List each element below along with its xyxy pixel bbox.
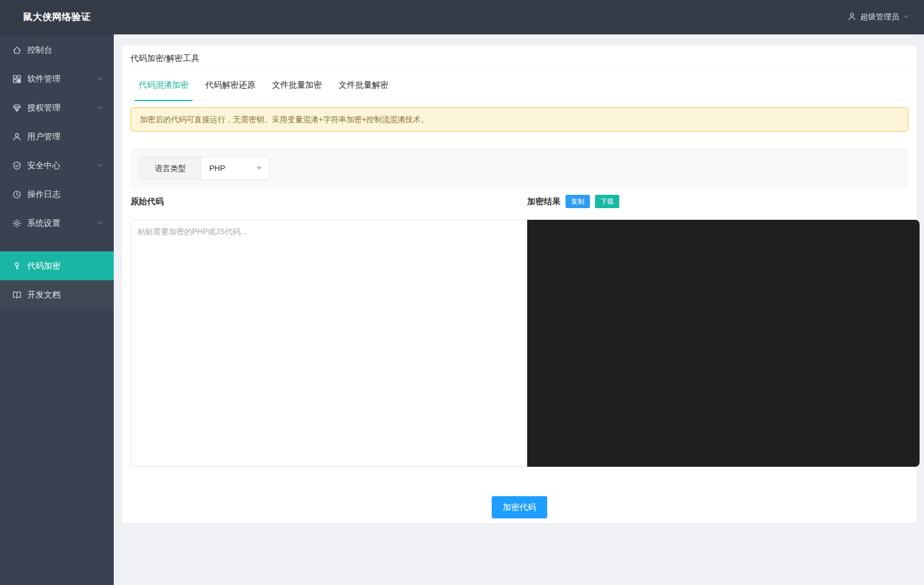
content-area: 代码加密/解密工具 代码混淆加密 代码解密还原 文件批量加密 文件批量解密 加密…: [114, 34, 924, 585]
encrypt-code-button[interactable]: 加密代码: [492, 496, 547, 518]
user-name: 超级管理员: [860, 12, 899, 22]
tab-obfuscate-encrypt[interactable]: 代码混淆加密: [130, 69, 197, 100]
sidebar-item-code-encryption[interactable]: 代码加密: [0, 251, 114, 280]
sidebar-item-console[interactable]: 控制台: [0, 36, 114, 64]
user-menu[interactable]: 超级管理员: [847, 0, 910, 34]
result-label: 加密结果: [527, 196, 561, 207]
language-label: 语言类型: [140, 157, 201, 179]
tab-bar: 代码混淆加密 代码解密还原 文件批量加密 文件批量解密: [130, 69, 908, 101]
language-selected-value: PHP: [209, 164, 225, 173]
sidebar-item-label: 代码加密: [27, 261, 60, 271]
tab-decrypt-restore[interactable]: 代码解密还原: [197, 69, 264, 100]
sidebar: 鼠大侠网络验证 控制台 软件管理 授权管理: [0, 0, 114, 585]
top-header: 超级管理员: [0, 0, 924, 34]
tab-batch-decrypt[interactable]: 文件批量解密: [330, 69, 397, 100]
chevron-down-icon: [97, 220, 104, 226]
sidebar-item-label: 操作日志: [27, 189, 60, 200]
sidebar-item-logs[interactable]: 操作日志: [0, 180, 114, 209]
chevron-down-icon: [97, 162, 104, 169]
person-icon: [847, 12, 856, 23]
sidebar-item-users[interactable]: 用户管理: [0, 122, 114, 151]
download-button[interactable]: 下载: [595, 195, 619, 208]
shield-icon: [12, 161, 22, 170]
language-select[interactable]: PHP: [201, 157, 269, 179]
chevron-down-icon: [97, 75, 104, 82]
language-form: 语言类型 PHP: [130, 148, 908, 189]
sidebar-item-label: 授权管理: [27, 103, 60, 113]
sidebar-item-label: 用户管理: [27, 132, 60, 142]
clock-icon: [12, 190, 22, 199]
key-icon: [12, 261, 22, 271]
home-icon: [12, 46, 22, 55]
action-row: 加密代码: [130, 496, 908, 518]
sidebar-item-label: 安全中心: [27, 160, 60, 171]
sidebar-item-authorization[interactable]: 授权管理: [0, 93, 114, 122]
language-group: 语言类型 PHP: [139, 157, 269, 180]
chevron-down-icon: [97, 104, 104, 111]
encrypted-result-panel[interactable]: [527, 220, 920, 467]
sidebar-item-docs[interactable]: 开发文档: [0, 280, 114, 309]
sidebar-item-security[interactable]: 安全中心: [0, 151, 114, 180]
sidebar-item-label: 系统设置: [27, 218, 60, 229]
sidebar-item-settings[interactable]: 系统设置: [0, 209, 114, 238]
sidebar-item-label: 软件管理: [27, 74, 60, 84]
editor-panels: [130, 220, 920, 467]
source-code-label: 原始代码: [130, 196, 164, 206]
sidebar-item-label: 控制台: [27, 45, 52, 56]
select-arrow-icon: [256, 167, 262, 170]
chevron-down-icon: [903, 13, 910, 22]
book-icon: [12, 290, 22, 300]
gear-icon: [12, 219, 22, 228]
user-icon: [12, 132, 22, 142]
copy-button[interactable]: 复制: [565, 195, 590, 208]
tool-card: 代码加密/解密工具 代码混淆加密 代码解密还原 文件批量加密 文件批量解密 加密…: [122, 46, 917, 523]
notice-banner: 加密后的代码可直接运行，无需密钥。采用变量混淆+字符串加密+控制流混淆技术。: [130, 107, 908, 132]
sidebar-item-software[interactable]: 软件管理: [0, 64, 114, 93]
tab-batch-encrypt[interactable]: 文件批量加密: [264, 69, 330, 100]
apps-icon: [12, 74, 22, 84]
app-brand: 鼠大侠网络验证: [0, 0, 114, 34]
sidebar-item-label: 开发文档: [27, 290, 60, 300]
sidebar-nav: 控制台 软件管理 授权管理 用户管理: [0, 34, 114, 309]
page-title: 代码加密/解密工具: [130, 46, 908, 69]
panel-headers: 原始代码 加密结果 复制 下载: [130, 194, 908, 209]
gem-icon: [12, 103, 22, 113]
source-code-input[interactable]: [130, 220, 527, 467]
